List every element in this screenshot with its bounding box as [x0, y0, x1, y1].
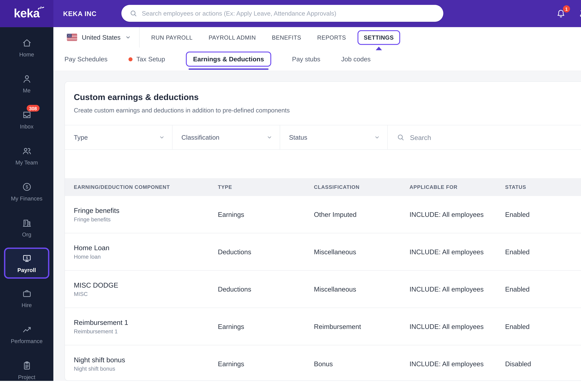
col-component: EARNING/DEDUCTION COMPONENT — [74, 184, 218, 190]
projects-icon — [22, 361, 32, 371]
tab-payroll-admin[interactable]: PAYROLL ADMIN — [200, 30, 264, 44]
type-cell: Deductions — [218, 285, 314, 293]
applicable-cell: INCLUDE: All employees — [410, 248, 505, 256]
sidebar-item-label: Performance — [11, 338, 43, 345]
subtab-tax-setup[interactable]: Tax Setup — [128, 55, 165, 63]
component-cell: Home Loan Home loan — [74, 244, 218, 260]
sidebar-item-label: My Finances — [11, 196, 42, 202]
payroll-icon: $ — [22, 253, 32, 263]
type-filter-label: Type — [74, 134, 88, 141]
inbox-badge: 308 — [26, 105, 40, 111]
sidebar-item-label: Hire — [22, 302, 32, 309]
subtab-job-codes[interactable]: Job codes — [341, 55, 371, 63]
sidebar-item-inbox[interactable]: 308 Inbox — [0, 102, 53, 138]
sidebar-item-label: Project — [18, 374, 35, 381]
component-subname: Fringe benefits — [74, 216, 218, 223]
component-name: Night shift bonus — [74, 356, 218, 364]
search-icon — [130, 9, 138, 17]
sidebar-item-hire[interactable]: Hire — [0, 281, 53, 317]
table-row: Fringe benefits Fringe benefits Earnings… — [65, 196, 581, 233]
classification-cell: Miscellaneous — [314, 285, 410, 293]
app-root: keka KEKA INC 1 — [0, 0, 581, 392]
bottom-strip — [0, 381, 581, 392]
table-row: Reimbursement 1 Reimbursement 1 Earnings… — [65, 308, 581, 345]
notifications-bell-icon[interactable]: 1 — [556, 8, 566, 19]
status-filter-dropdown[interactable]: Status — [280, 125, 388, 149]
inbox-icon: 308 — [22, 110, 32, 120]
module-nav: United States RUN PAYROLL PAYROLL ADMIN … — [53, 27, 581, 47]
sidebar-item-org[interactable]: Org — [0, 210, 53, 246]
status-cell: Enabled — [505, 248, 581, 256]
main-content: United States RUN PAYROLL PAYROLL ADMIN … — [53, 27, 581, 392]
tools-icon[interactable] — [578, 8, 581, 19]
page-body: Custom earnings & deductions Create cust… — [53, 71, 581, 392]
org-icon — [22, 218, 32, 228]
component-cell: Reimbursement 1 Reimbursement 1 — [74, 319, 218, 335]
home-icon — [22, 38, 32, 48]
global-search[interactable] — [122, 5, 443, 22]
classification-cell: Miscellaneous — [314, 248, 410, 256]
sidebar-item-performance[interactable]: Performance — [0, 316, 53, 352]
sidebar-item-label: Home — [19, 51, 34, 58]
sidebar-item-home[interactable]: Home — [0, 30, 53, 66]
table-search-input[interactable] — [410, 134, 581, 141]
classification-cell: Bonus — [314, 360, 410, 368]
tab-benefits[interactable]: BENEFITS — [264, 30, 309, 44]
tab-run-payroll[interactable]: RUN PAYROLL — [143, 30, 200, 44]
table-search[interactable] — [388, 125, 581, 149]
notifications-badge: 1 — [563, 5, 570, 12]
page-title: Custom earnings & deductions — [74, 92, 290, 102]
tab-reports[interactable]: REPORTS — [309, 30, 354, 44]
status-cell: Enabled — [505, 285, 581, 293]
classification-filter-label: Classification — [182, 134, 220, 141]
finances-icon: $ — [22, 182, 32, 192]
component-subname: Night shift bonus — [74, 366, 218, 372]
sidebar-item-my-finances[interactable]: $ My Finances — [0, 174, 53, 210]
table-header: EARNING/DEDUCTION COMPONENT TYPE CLASSIF… — [65, 178, 581, 196]
sidebar: Home Me 308 Inbox — [0, 27, 53, 392]
classification-cell: Other Imputed — [314, 211, 410, 218]
component-name: Fringe benefits — [74, 206, 218, 214]
table-row: Night shift bonus Night shift bonus Earn… — [65, 345, 581, 381]
alert-dot — [128, 57, 132, 61]
type-cell: Earnings — [218, 323, 314, 330]
sidebar-item-label: Inbox — [20, 124, 34, 130]
settings-subtabs: Pay Schedules Tax Setup Earnings & Deduc… — [53, 47, 581, 71]
col-applicable: APPLICABLE FOR — [410, 184, 505, 190]
component-cell: Night shift bonus Night shift bonus — [74, 356, 218, 372]
sidebar-item-label: Me — [23, 88, 30, 94]
sidebar-item-me[interactable]: Me — [0, 66, 53, 102]
sidebar-item-label: Payroll — [18, 267, 36, 273]
classification-filter-dropdown[interactable]: Classification — [172, 125, 280, 149]
company-name: KEKA INC — [63, 10, 96, 17]
component-subname: MISC — [74, 291, 218, 297]
payroll-nav-tabs: RUN PAYROLL PAYROLL ADMIN BENEFITS REPOR… — [143, 30, 400, 45]
user-icon — [22, 74, 32, 84]
status-cell: Enabled — [505, 211, 581, 218]
sidebar-item-payroll[interactable]: $ Payroll — [4, 248, 49, 279]
table-row: MISC DODGE MISC Deductions Miscellaneous… — [65, 271, 581, 308]
applicable-cell: INCLUDE: All employees — [410, 323, 505, 330]
keka-logo-text: keka — [14, 6, 40, 20]
subtab-earnings-deductions[interactable]: Earnings & Deductions — [186, 51, 271, 67]
type-cell: Earnings — [218, 211, 314, 218]
filter-bar: Type Classification Status — [65, 125, 581, 150]
subtab-pay-stubs[interactable]: Pay stubs — [292, 55, 320, 63]
svg-text:$: $ — [26, 256, 28, 260]
keka-logo[interactable]: keka — [0, 0, 53, 27]
type-cell: Earnings — [218, 360, 314, 368]
global-search-input[interactable] — [142, 10, 436, 17]
type-filter-dropdown[interactable]: Type — [65, 125, 172, 149]
status-cell: Enabled — [505, 323, 581, 330]
component-name: Home Loan — [74, 244, 218, 252]
sidebar-item-my-team[interactable]: My Team — [0, 138, 53, 174]
table-toolbar — [65, 150, 581, 178]
tab-settings[interactable]: SETTINGS — [358, 30, 400, 45]
type-cell: Deductions — [218, 248, 314, 256]
country-selector[interactable]: United States — [53, 27, 140, 47]
component-subname: Reimbursement 1 — [74, 328, 218, 335]
subtab-pay-schedules[interactable]: Pay Schedules — [64, 55, 108, 63]
subtab-label: Tax Setup — [136, 55, 165, 63]
country-label: United States — [82, 34, 120, 41]
topbar: keka KEKA INC 1 — [0, 0, 581, 27]
